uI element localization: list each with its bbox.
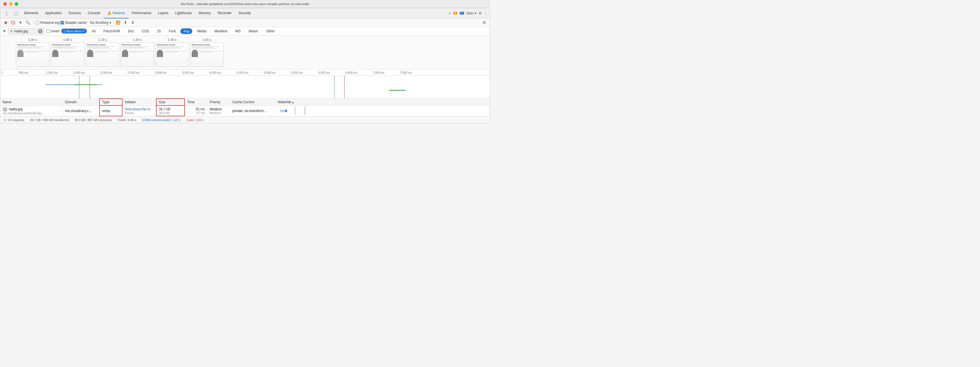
close-button[interactable] <box>3 2 7 6</box>
frame-time-1: 1.04 s <box>29 38 37 41</box>
filter-btn-font[interactable]: Font <box>165 29 179 34</box>
invert-checkbox[interactable] <box>46 29 50 33</box>
filter-btn-ws[interactable]: WS <box>232 29 243 34</box>
download-icon[interactable]: ⬇ <box>130 19 136 26</box>
filter-btn-fetch-xhr[interactable]: Fetch/XHR <box>100 29 123 34</box>
filter-clear-button[interactable]: × <box>38 29 43 33</box>
message-badge: 1 <box>460 12 464 15</box>
filter-btn-all[interactable]: All <box>89 29 99 34</box>
ruler-tick-5000: 5,000 ms <box>264 71 275 74</box>
cursor-icon[interactable]: ⌶ <box>3 10 11 17</box>
clear-button[interactable]: 🚫 <box>10 19 16 26</box>
minimize-button[interactable] <box>9 2 13 6</box>
device-icon[interactable]: ⬜ <box>12 10 19 17</box>
status-dom-content-loaded: DOMContentLoaded: 1.22 s <box>142 118 181 122</box>
ruler-tick-4000: 4,000 ms <box>209 71 221 74</box>
th-time[interactable]: Time <box>185 99 207 105</box>
filter-btn-js[interactable]: JS <box>154 29 164 34</box>
chevron-down-icon: ▾ <box>110 21 111 25</box>
favicon-icon <box>3 107 7 111</box>
priority-sub: Medium <box>210 111 228 114</box>
overflow-icon[interactable]: ⋮ <box>484 11 487 15</box>
more-filters-button[interactable]: 2 More filters ▾ <box>61 29 87 33</box>
cache-control-cell: private, no-transform... <box>230 105 275 116</box>
filter-bar: ▼ ▼ × Invert 2 More filters ▾ All Fetch/… <box>0 27 490 35</box>
filter-btn-doc[interactable]: Doc <box>125 29 137 34</box>
filter-btn-other[interactable]: Other <box>263 29 278 34</box>
tab-memory[interactable]: Memory <box>195 8 214 18</box>
tab-elements[interactable]: Elements <box>21 8 42 18</box>
title-bar: DevTools - calendar.perfplanet.com/2024/… <box>0 0 490 8</box>
filter-input[interactable] <box>14 29 37 33</box>
timeline-ruler: 0 500 ms 1,000 ms 1,500 ms 2,000 ms 2,50… <box>0 70 490 76</box>
filter-btn-manifest[interactable]: Manifest <box>211 29 230 34</box>
main-selector[interactable]: Main ▾ <box>466 11 476 15</box>
th-priority[interactable]: Priority <box>207 99 230 105</box>
initiator-sub: Parser <box>125 111 154 114</box>
warning-badge: 2 <box>453 12 458 15</box>
tab-security[interactable]: Security <box>235 8 254 18</box>
disable-cache-label[interactable]: Disable cache <box>60 21 86 25</box>
status-requests: 1 / 19 requests <box>4 118 24 122</box>
settings-gear-icon[interactable]: ⚙ <box>481 19 487 26</box>
preserve-log-checkbox[interactable] <box>36 21 39 24</box>
status-bar: 1 / 19 requests 36.7 kB / 690 kB transfe… <box>0 116 490 123</box>
filmstrip-frame-6: 1.61 s Web Performance Calendar <box>190 38 224 67</box>
maximize-button[interactable] <box>15 2 18 6</box>
initiator-link: /how-does-the-re <box>125 107 154 111</box>
frame-thumb-2: Web Performance Calendar <box>51 43 84 67</box>
filter-btn-media[interactable]: Media <box>194 29 210 34</box>
tab-recorder[interactable]: Recorder <box>215 8 235 18</box>
time-primary: 35 ms <box>187 107 205 111</box>
tab-lighthouse[interactable]: Lighthouse <box>172 8 196 18</box>
th-name[interactable]: Name <box>0 99 63 105</box>
filter-btn-img[interactable]: Img <box>180 29 192 34</box>
preserve-log-label[interactable]: Preserve log <box>36 21 59 25</box>
wf-blue-line <box>295 107 295 115</box>
tab-application[interactable]: Application <box>42 8 65 18</box>
th-domain[interactable]: Domain <box>63 99 100 105</box>
search-button[interactable]: 🔍 <box>25 19 31 26</box>
tab-network[interactable]: ⚠️ Network <box>104 8 129 18</box>
filter-btn-css[interactable]: CSS <box>139 29 152 34</box>
frame-thumb-4: Web Performance Calendar <box>121 43 154 67</box>
settings-button[interactable]: ⚙ <box>479 11 482 15</box>
time-secondary: 27 ms <box>187 111 205 114</box>
tab-layers[interactable]: Layers <box>155 8 172 18</box>
ruler-tick-1000: 1,000 ms <box>46 71 57 74</box>
th-cache-control[interactable]: Cache-Control <box>230 99 275 105</box>
upload-icon[interactable]: ⬆ <box>122 19 129 26</box>
record-button[interactable]: ⏺ <box>3 19 9 26</box>
throttle-select[interactable]: No throttling ▾ <box>88 20 114 25</box>
tab-sources[interactable]: Sources <box>65 8 84 18</box>
th-type[interactable]: Type <box>100 99 122 105</box>
th-waterfall[interactable]: Waterfall <box>275 99 490 105</box>
th-initiator[interactable]: Initiator <box>122 99 156 105</box>
tab-console[interactable]: Console <box>84 8 104 18</box>
disable-cache-checkbox[interactable] <box>60 21 64 24</box>
frame-time-2: 1.05 s <box>63 38 72 41</box>
row-name: nadia.jpg <box>9 107 23 111</box>
filmstrip-frame-2: 1.05 s Web Performance Calendar <box>51 38 84 67</box>
filter-input-wrap: ▼ × <box>8 28 45 34</box>
waterfall-cell <box>275 105 490 116</box>
ruler-tick-7500: 7,500 ms <box>400 71 412 74</box>
more-tabs-button[interactable]: » <box>449 11 451 15</box>
filter-btn-wasm[interactable]: Wasm <box>245 29 261 34</box>
status-finish: Finish: 6.84 s <box>118 118 136 122</box>
nav-right: » 2 1 Main ▾ ⚙ ⋮ <box>449 11 487 15</box>
filter-toggle[interactable]: ▼ <box>17 19 24 26</box>
invert-label[interactable]: Invert <box>46 29 60 33</box>
tab-performance[interactable]: Performance <box>129 8 155 18</box>
time-cell: 35 ms 27 ms <box>185 105 207 116</box>
th-size[interactable]: Size <box>156 99 185 105</box>
row-domain-full: res.cloudinary.com/dzdb1jkx... <box>3 111 60 115</box>
name-cell: nadia.jpg res.cloudinary.com/dzdb1jkx... <box>0 105 63 116</box>
filmstrip: 1.04 s Web Performance Calendar <box>0 35 490 70</box>
wifi-icon[interactable]: 📶 <box>115 19 121 26</box>
timeline-bar-right-green <box>389 90 406 91</box>
table-row[interactable]: nadia.jpg res.cloudinary.com/dzdb1jkx...… <box>0 105 490 116</box>
frame-time-6: 1.61 s <box>203 38 211 41</box>
ruler-tick-2500: 2,500 ms <box>127 71 139 74</box>
frame-time-5: 1.45 s <box>168 38 177 41</box>
